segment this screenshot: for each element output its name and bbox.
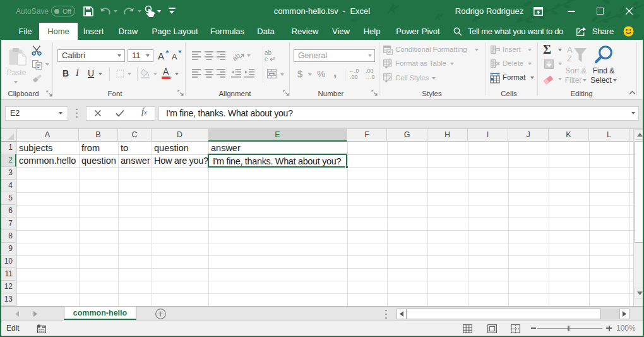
svg-text:c: c [265, 56, 268, 62]
svg-text:ab: ab [231, 51, 242, 62]
